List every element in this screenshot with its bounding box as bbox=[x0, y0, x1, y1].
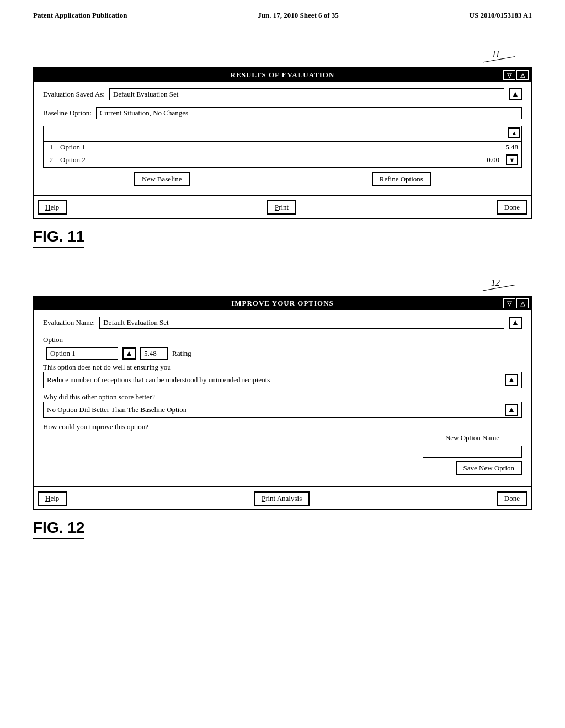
fig12-eval-name-input[interactable] bbox=[99, 317, 504, 329]
fig12-why-icon[interactable]: ▲ bbox=[505, 404, 518, 416]
fig12-up-btn[interactable]: △ bbox=[516, 298, 529, 308]
fig12-option-detail-row: ▲ Rating bbox=[43, 346, 522, 361]
fig11-titlebar: — RESULTS OF EVALUATION ▽ △ bbox=[34, 68, 531, 82]
table-row: 1 Option 1 5.48 bbox=[44, 142, 521, 153]
fig11-baseline-input[interactable] bbox=[96, 107, 522, 119]
fig12-rating-label: Rating bbox=[172, 349, 191, 358]
fig12-title: IMPROVE YOUR OPTIONS bbox=[39, 299, 526, 308]
fig12-weakness-icon[interactable]: ▲ bbox=[505, 374, 518, 386]
fig12-eval-name-label: Evaluation Name: bbox=[43, 318, 95, 327]
fig11-mid-buttons: New Baseline Refine Options bbox=[43, 172, 522, 186]
fig12-improve-label: How could you improve this option? bbox=[43, 422, 522, 431]
fig11-up-btn[interactable]: △ bbox=[516, 70, 529, 80]
fig12-button-bar: Help Print Analysis Done bbox=[34, 486, 531, 509]
fig11-eval-icon[interactable]: ▲ bbox=[509, 88, 522, 100]
fig11-help-btn[interactable]: Help bbox=[38, 200, 67, 215]
fig12-new-option-input[interactable] bbox=[423, 446, 522, 458]
option-num: 2 bbox=[47, 156, 56, 164]
fig12-down-btn[interactable]: ▽ bbox=[503, 298, 515, 308]
patent-header: Patent Application Publication Jun. 17, … bbox=[33, 11, 532, 20]
fig12-option-section: Option bbox=[43, 335, 522, 344]
fig12-why-text: No Option Did Better Than The Baseline O… bbox=[43, 402, 522, 418]
fig11-baseline-row: Baseline Option: bbox=[43, 107, 522, 119]
option-num: 1 bbox=[47, 143, 56, 152]
fig11-baseline-label: Baseline Option: bbox=[43, 109, 92, 117]
option-name: Option 1 bbox=[60, 143, 492, 152]
fig11-window: — RESULTS OF EVALUATION ▽ △ Evaluation S… bbox=[33, 67, 532, 219]
fig12-help-label: Help bbox=[45, 494, 59, 502]
fig12-does-not-label: This option does not do well at ensuring… bbox=[43, 363, 522, 372]
fig11-print-label: Print bbox=[275, 203, 289, 211]
fig12-why-value: No Option Did Better Than The Baseline O… bbox=[47, 405, 186, 414]
fig12-label: FIG. 12 bbox=[33, 519, 84, 539]
fig12-callout: 12 bbox=[491, 278, 500, 288]
fig12-option-input[interactable] bbox=[46, 347, 118, 360]
fig11-help-label: Help bbox=[45, 203, 59, 211]
fig12-score-input[interactable] bbox=[140, 347, 168, 360]
fig12-improve-section: How could you improve this option? bbox=[43, 422, 522, 431]
fig11-callout: 11 bbox=[492, 50, 500, 60]
fig12-option-label: Option bbox=[43, 335, 63, 344]
fig11-body: Evaluation Saved As: ▲ Baseline Option: … bbox=[34, 82, 531, 195]
fig11-scroll-up[interactable]: ▲ bbox=[508, 127, 520, 138]
fig12-save-btn[interactable]: Save New Option bbox=[456, 461, 522, 475]
option-name: Option 2 bbox=[60, 156, 473, 164]
fig11-done-btn[interactable]: Done bbox=[497, 200, 527, 215]
fig11-button-bar: Help Print Done bbox=[34, 195, 531, 218]
fig11-eval-row: Evaluation Saved As: ▲ bbox=[43, 88, 522, 100]
fig11-label: FIG. 11 bbox=[33, 228, 84, 248]
fig12-why-section: Why did this other option score better? … bbox=[43, 393, 522, 418]
fig11-window-container: 11 — RESULTS OF EVALUATION ▽ △ Evaluatio… bbox=[33, 58, 532, 219]
fig12-new-option-label: New Option Name bbox=[423, 433, 522, 442]
fig11-eval-label: Evaluation Saved As: bbox=[43, 90, 105, 99]
fig12-help-btn[interactable]: Help bbox=[38, 491, 67, 506]
fig11-options-table: ▲ 1 Option 1 5.48 2 Option 2 0.00 bbox=[43, 126, 522, 168]
fig12-why-label: Why did this other option score better? bbox=[43, 393, 522, 402]
fig11-print-btn[interactable]: Print bbox=[267, 200, 296, 215]
fig11-options-inner: ▲ 1 Option 1 5.48 2 Option 2 0.00 bbox=[44, 126, 521, 167]
fig12-print-btn[interactable]: Print Analysis bbox=[254, 491, 310, 506]
fig12-sort-icon[interactable]: ▲ bbox=[122, 347, 136, 360]
fig12-weakness-text: Reduce number of receptions that can be … bbox=[43, 372, 522, 388]
fig11-controls[interactable]: ▽ △ bbox=[503, 70, 529, 80]
fig12-window-container: 12 — IMPROVE YOUR OPTIONS ▽ △ Evaluation… bbox=[33, 287, 532, 510]
patent-middle: Jun. 17, 2010 Sheet 6 of 35 bbox=[258, 11, 339, 20]
fig12-new-option-area: New Option Name Save New Option bbox=[131, 433, 522, 475]
fig11-title: RESULTS OF EVALUATION bbox=[39, 71, 526, 79]
fig11-dashes: — bbox=[38, 71, 45, 79]
table-row: 2 Option 2 0.00 ▼ bbox=[44, 153, 521, 167]
fig11-down-btn[interactable]: ▽ bbox=[503, 70, 515, 80]
option-score: 0.00 bbox=[477, 156, 499, 164]
fig12-done-btn[interactable]: Done bbox=[497, 491, 527, 506]
fig11-refine-options-btn[interactable]: Refine Options bbox=[372, 172, 431, 186]
fig11-table-header bbox=[44, 126, 521, 142]
fig11-new-baseline-btn[interactable]: New Baseline bbox=[134, 172, 190, 186]
fig12-weakness-section: This option does not do well at ensuring… bbox=[43, 363, 522, 388]
fig11-eval-input[interactable] bbox=[109, 88, 504, 100]
fig12-body: Evaluation Name: ▲ Option ▲ Rating bbox=[34, 310, 531, 486]
fig11-scroll-down[interactable]: ▼ bbox=[506, 154, 518, 165]
patent-right: US 2010/0153183 A1 bbox=[470, 11, 532, 20]
fig12-window: — IMPROVE YOUR OPTIONS ▽ △ Evaluation Na… bbox=[33, 296, 532, 510]
fig12-titlebar: — IMPROVE YOUR OPTIONS ▽ △ bbox=[34, 297, 531, 310]
fig12-eval-icon[interactable]: ▲ bbox=[509, 317, 522, 329]
fig12-print-label: Print Analysis bbox=[262, 494, 302, 502]
fig12-eval-row: Evaluation Name: ▲ bbox=[43, 317, 522, 329]
option-score: 5.48 bbox=[496, 143, 518, 152]
patent-left: Patent Application Publication bbox=[33, 11, 127, 20]
fig12-weakness-value: Reduce number of receptions that can be … bbox=[47, 376, 270, 384]
fig12-dashes: — bbox=[38, 299, 45, 308]
fig12-controls[interactable]: ▽ △ bbox=[503, 298, 529, 308]
